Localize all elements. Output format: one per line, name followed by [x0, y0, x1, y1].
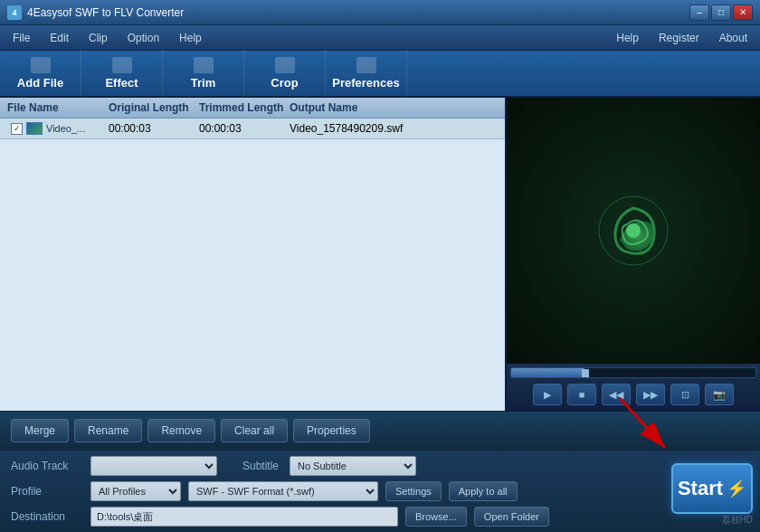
rewind-button[interactable]: ◀◀: [602, 384, 631, 405]
start-btn-container: Start ⚡: [671, 463, 753, 514]
merge-button[interactable]: Merge: [11, 419, 69, 442]
col-header-orig: Original Length: [109, 101, 199, 114]
settings-row-2: Profile All Profiles SWF - SWF Format (*…: [11, 481, 749, 501]
settings-row-1: Audio Track Subtitle No Subtitle: [11, 456, 749, 476]
col-header-name: File Name: [0, 101, 109, 114]
trim-icon: [194, 57, 214, 73]
file-panel: File Name Original Length Trimmed Length…: [0, 98, 507, 411]
menu-help[interactable]: Help: [170, 28, 211, 48]
fast-forward-button[interactable]: ▶▶: [636, 384, 665, 405]
properties-button[interactable]: Properties: [293, 419, 370, 442]
close-button[interactable]: ✕: [733, 5, 753, 21]
app-title: 4Easysof SWF to FLV Converter: [27, 6, 184, 19]
file-table-body: ✓ Video_... 00:00:03 00:00:03 Video_1578…: [0, 119, 505, 139]
toolbar-add-file[interactable]: Add File: [0, 50, 81, 97]
toolbar-effect[interactable]: Effect: [81, 50, 163, 97]
stop-button[interactable]: ■: [567, 384, 596, 405]
clear-all-button[interactable]: Clear all: [221, 419, 288, 442]
table-row[interactable]: ✓ Video_... 00:00:03 00:00:03 Video_1578…: [0, 119, 505, 139]
watermark: 荔枝HD: [722, 514, 753, 527]
rename-button[interactable]: Rename: [74, 419, 142, 442]
menu-clip[interactable]: Clip: [80, 28, 117, 48]
original-length: 00:00:03: [109, 122, 199, 135]
effect-icon: [112, 57, 132, 73]
preview-panel: ▶ ■ ◀◀ ▶▶ ⊡ 📷: [507, 98, 760, 411]
settings-button[interactable]: Settings: [385, 481, 442, 501]
title-bar: 4 4Easysof SWF to FLV Converter – □ ✕: [0, 0, 760, 25]
profile-select[interactable]: All Profiles: [90, 481, 181, 501]
menu-about[interactable]: About: [710, 28, 756, 48]
toolbar-crop[interactable]: Crop: [244, 50, 326, 97]
file-name: Video_...: [46, 123, 85, 134]
settings-panel: Audio Track Subtitle No Subtitle Profile…: [0, 451, 760, 532]
destination-input[interactable]: [90, 507, 398, 527]
action-buttons: Merge Rename Remove Clear all Properties: [0, 411, 760, 451]
file-table-header: File Name Original Length Trimmed Length…: [0, 98, 505, 119]
output-name: Video_1578490209.swf: [290, 122, 505, 135]
main-content: File Name Original Length Trimmed Length…: [0, 98, 760, 411]
subtitle-label: Subtitle: [224, 460, 279, 472]
menu-edit[interactable]: Edit: [41, 28, 78, 48]
menu-register[interactable]: Register: [650, 28, 708, 48]
format-select[interactable]: SWF - SWF Format (*.swf): [188, 481, 378, 501]
screenshot-button[interactable]: ⊡: [670, 384, 699, 405]
minimize-button[interactable]: –: [689, 5, 709, 21]
open-folder-button[interactable]: Open Folder: [474, 507, 549, 527]
window-controls: – □ ✕: [689, 5, 753, 21]
preview-controls: ▶ ■ ◀◀ ▶▶ ⊡ 📷: [507, 364, 760, 411]
progress-bar[interactable]: [510, 367, 756, 378]
app-icon: 4: [7, 5, 22, 20]
audio-track-label: Audio Track: [11, 460, 83, 472]
col-header-out: Output Name: [290, 101, 505, 114]
maximize-button[interactable]: □: [711, 5, 731, 21]
menu-option[interactable]: Option: [119, 28, 168, 48]
video-preview: [507, 98, 760, 364]
camera-button[interactable]: 📷: [705, 384, 734, 405]
preferences-icon: [356, 57, 376, 73]
toolbar-trim[interactable]: Trim: [163, 50, 244, 97]
preview-logo: [593, 190, 674, 271]
col-header-trim: Trimmed Length: [199, 101, 290, 114]
toolbar-preferences[interactable]: Preferences: [326, 50, 407, 97]
trimmed-length: 00:00:03: [199, 122, 290, 135]
play-button[interactable]: ▶: [533, 384, 562, 405]
file-thumbnail: [26, 122, 43, 135]
subtitle-select[interactable]: No Subtitle: [290, 456, 416, 476]
menu-bar: File Edit Clip Option Help Help Register…: [0, 25, 760, 51]
add-file-icon: [31, 57, 51, 73]
remove-button[interactable]: Remove: [147, 419, 215, 442]
toolbar: Add File Effect Trim Crop Preferences: [0, 51, 760, 98]
menu-help-right[interactable]: Help: [607, 28, 648, 48]
browse-button[interactable]: Browse...: [405, 507, 467, 527]
menu-file[interactable]: File: [4, 28, 39, 48]
apply-to-all-button[interactable]: Apply to all: [449, 481, 518, 501]
file-checkbox[interactable]: ✓: [11, 123, 23, 135]
destination-label: Destination: [11, 510, 83, 523]
progress-thumb: [582, 369, 589, 378]
start-arrow-icon: ⚡: [727, 479, 746, 499]
file-table: File Name Original Length Trimmed Length…: [0, 98, 505, 411]
crop-icon: [275, 57, 295, 73]
settings-row-3: Destination Browse... Open Folder: [11, 507, 749, 527]
playback-controls: ▶ ■ ◀◀ ▶▶ ⊡ 📷: [510, 382, 756, 407]
profile-label: Profile: [11, 485, 83, 498]
progress-fill: [511, 368, 584, 377]
start-button[interactable]: Start ⚡: [671, 463, 753, 514]
audio-track-select[interactable]: [90, 456, 217, 476]
svg-point-1: [626, 223, 641, 238]
